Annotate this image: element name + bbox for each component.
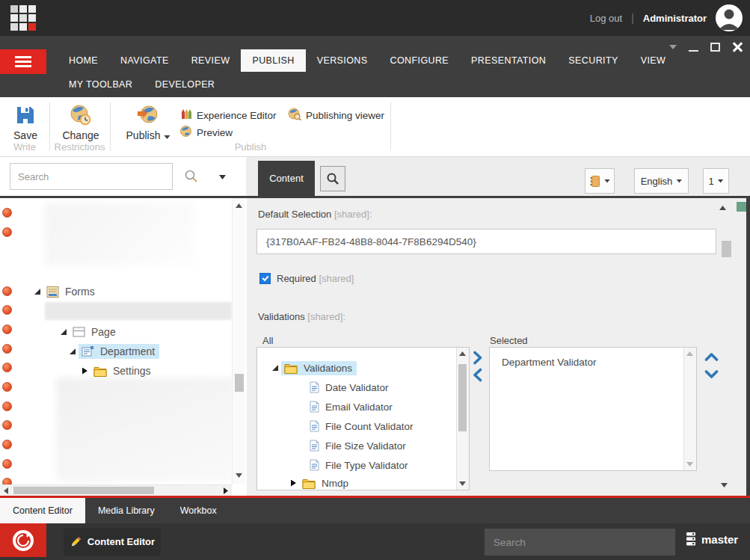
item-state-dot	[2, 401, 12, 411]
highlighted-list-item[interactable]: Validations	[281, 361, 357, 375]
move-down-button[interactable]	[704, 369, 719, 383]
tab-content[interactable]: Content	[258, 161, 315, 196]
default-selection-input[interactable]	[256, 229, 716, 254]
topbar-separator: |	[631, 12, 634, 24]
status-bar: Content Editor master	[0, 523, 750, 560]
scroll-right-icon[interactable]	[224, 487, 228, 494]
tab-review[interactable]: REVIEW	[180, 49, 242, 72]
logout-link[interactable]: Log out	[590, 13, 622, 24]
tab-security[interactable]: SECURITY	[557, 49, 629, 72]
search-icon[interactable]	[184, 169, 199, 187]
globe-preview-icon	[179, 125, 192, 141]
list-item[interactable]: Email Validator	[257, 397, 455, 416]
content-editor-taskbar-button[interactable]: Content Editor	[64, 528, 161, 556]
item-state-dot	[2, 344, 12, 354]
scrollbar-thumb[interactable]	[235, 374, 244, 392]
list-item-validations-folder[interactable]: Validations	[257, 358, 455, 378]
tab-versions[interactable]: VERSIONS	[306, 49, 379, 72]
experience-editor-button[interactable]: Experience Editor	[179, 108, 277, 123]
tree-item-settings[interactable]: Settings	[16, 362, 232, 380]
panel-scroll-up-icon[interactable]	[719, 206, 726, 210]
move-right-button[interactable]	[472, 351, 483, 368]
change-restrictions-button[interactable]: Change	[54, 103, 108, 141]
item-search-button[interactable]	[320, 166, 345, 191]
expander-open-icon[interactable]	[61, 329, 67, 335]
globe-magnifier-icon	[288, 108, 301, 123]
move-left-button[interactable]	[472, 368, 483, 385]
scrollbar-thumb[interactable]	[13, 487, 154, 494]
listbox-scrollbar[interactable]	[456, 348, 469, 490]
section-state-indicator[interactable]	[737, 202, 746, 212]
tree-search-input[interactable]	[10, 163, 173, 190]
tree-item-department[interactable]: Department	[16, 342, 232, 360]
required-checkbox[interactable]	[259, 273, 271, 284]
expander-open-icon[interactable]	[70, 348, 76, 354]
database-selector[interactable]: master	[686, 532, 738, 547]
tab-navigate[interactable]: NAVIGATE	[109, 49, 180, 72]
tree-item-forms[interactable]: Forms	[16, 283, 232, 301]
publishing-viewer-button[interactable]: Publishing viewer	[288, 108, 384, 123]
tab-presentation[interactable]: PRESENTATION	[460, 49, 557, 72]
list-item[interactable]: File Type Validator	[257, 455, 455, 475]
scroll-down-icon[interactable]	[236, 473, 242, 478]
scrollbar-thumb[interactable]	[458, 364, 467, 431]
expander-open-icon[interactable]	[272, 365, 278, 371]
scroll-up-icon[interactable]	[236, 203, 242, 208]
list-item[interactable]: File Size Validator	[257, 436, 455, 455]
scroll-up-icon[interactable]	[686, 351, 693, 356]
all-column-label: All	[262, 335, 273, 346]
required-checkbox-label[interactable]: Required [shared]	[277, 273, 354, 284]
scroll-up-icon[interactable]	[459, 351, 466, 356]
panel-scrollbar-thumb[interactable]	[722, 241, 731, 257]
expander-closed-icon[interactable]	[291, 480, 296, 487]
shared-tag: [shared]:	[334, 209, 372, 220]
selected-item-highlight[interactable]: Department	[79, 344, 159, 359]
language-dropdown-button[interactable]: English	[634, 168, 689, 194]
move-up-button[interactable]	[704, 351, 719, 366]
sitecore-start-button[interactable]	[0, 523, 46, 557]
checkmark-icon	[262, 274, 268, 281]
app-tab-workbox[interactable]: Workbox	[167, 498, 230, 523]
preview-button[interactable]: Preview	[179, 125, 233, 141]
close-icon[interactable]	[732, 42, 743, 52]
user-avatar[interactable]	[716, 4, 743, 31]
tab-configure[interactable]: CONFIGURE	[379, 49, 461, 72]
list-item[interactable]: File Count Validator	[257, 416, 455, 436]
publish-button[interactable]: Publish	[120, 103, 176, 141]
item-state-dot	[2, 305, 12, 315]
tab-view[interactable]: VIEW	[630, 49, 677, 72]
tab-my-toolbar[interactable]: MY TOOLBAR	[58, 73, 144, 96]
tree-item-page[interactable]: Page	[16, 323, 232, 341]
username-label[interactable]: Administrator	[643, 13, 707, 24]
scroll-down-icon[interactable]	[686, 462, 693, 467]
search-options-caret-icon[interactable]	[219, 175, 226, 179]
save-button[interactable]: Save	[4, 103, 46, 141]
tree-vertical-scrollbar[interactable]	[232, 198, 245, 484]
list-item[interactable]: Date Validator	[257, 378, 455, 397]
sitecore-content-editor-window: Log out | Administrator HOME NAVIGATE RE…	[0, 0, 750, 560]
validations-selected-listbox[interactable]: Department Validator	[489, 347, 697, 471]
app-tab-content-editor[interactable]: Content Editor	[0, 498, 85, 523]
scroll-left-icon[interactable]	[4, 487, 8, 494]
scroll-down-icon[interactable]	[459, 481, 466, 486]
expander-closed-icon[interactable]	[82, 368, 87, 375]
tab-home[interactable]: HOME	[58, 49, 109, 72]
tab-developer[interactable]: DEVELOPER	[144, 73, 226, 96]
global-search-input[interactable]	[485, 529, 675, 556]
ribbon-options-caret-icon[interactable]	[669, 45, 677, 49]
listbox-scrollbar[interactable]	[683, 348, 696, 470]
minimize-icon[interactable]	[689, 43, 698, 52]
validations-all-listbox[interactable]: Validations Date Validator Email Validat…	[256, 347, 470, 490]
hamburger-menu-button[interactable]	[0, 49, 46, 74]
selected-validator-item[interactable]: Department Validator	[502, 357, 597, 368]
profile-dropdown-button[interactable]	[585, 168, 615, 194]
maximize-icon[interactable]	[710, 43, 720, 52]
tab-publish[interactable]: PUBLISH	[241, 49, 305, 72]
expander-open-icon[interactable]	[34, 289, 40, 295]
publish-group-label: Publish	[111, 141, 390, 153]
panel-scroll-down-icon[interactable]	[721, 483, 728, 487]
list-item-nmdp-folder[interactable]: Nmdp	[257, 473, 455, 493]
app-tab-media-library[interactable]: Media Library	[85, 498, 167, 523]
version-dropdown-button[interactable]: 1	[703, 168, 729, 194]
tree-horizontal-scrollbar[interactable]	[0, 484, 232, 496]
